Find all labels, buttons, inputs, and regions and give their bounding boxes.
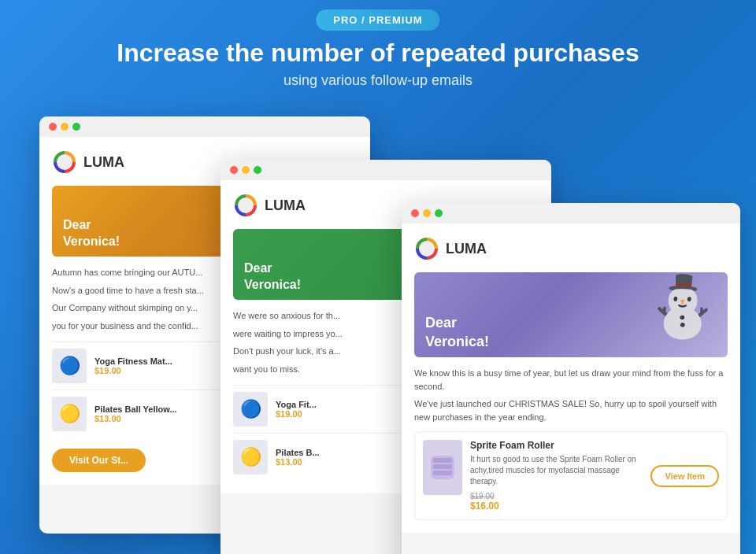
product-desc-fancy: It hurt so good to use the Sprite Foam R…: [470, 454, 643, 487]
main-subtitle: using various follow-up emails: [0, 72, 756, 89]
product-name-1a: Yoga Fitness Mat...: [94, 356, 172, 366]
product-info-2b: Pilates B... $13.00: [276, 448, 320, 467]
product-new-price: $16.00: [470, 500, 643, 512]
product-name-2a: Yoga Fit...: [276, 400, 317, 409]
product-thumb-2a: 🔵: [233, 392, 268, 427]
card-titlebar-1: [39, 116, 370, 137]
brand-name-2: LUMA: [265, 198, 306, 214]
product-info-1a: Yoga Fitness Mat... $19.00: [94, 356, 172, 375]
roller-icon: [427, 448, 458, 487]
card-titlebar-3: [402, 203, 740, 223]
product-price-1b: $13.00: [94, 414, 177, 423]
product-info-2a: Yoga Fit... $19.00: [276, 400, 317, 419]
card-body-3: LUMA DearVeronica! We know this is a bus…: [402, 223, 740, 533]
product-thumb-1a: 🔵: [52, 349, 87, 383]
product-name-fancy: Sprite Foam Roller: [470, 440, 643, 451]
luma-icon-3: [414, 236, 439, 261]
hero-christmas-text: DearVeronica!: [425, 314, 489, 351]
product-thumb-fancy: [423, 440, 462, 495]
dot-green-2: [254, 166, 261, 174]
dot-green-1: [72, 123, 80, 131]
visit-store-button-1[interactable]: Visit Our St...: [52, 449, 146, 472]
brand-name-3: LUMA: [446, 241, 487, 257]
pro-badge: PRO / PREMIUM: [316, 9, 439, 31]
product-old-price: $19.00: [470, 492, 643, 500]
svg-rect-6: [433, 471, 452, 475]
product-price-2a: $19.00: [276, 409, 317, 419]
badge-label: PRO / PREMIUM: [333, 14, 422, 26]
product-row-fancy: Sprite Foam Roller It hurt so good to us…: [414, 431, 728, 520]
product-thumb-1b: 🟡: [52, 397, 87, 431]
card3-text-1: We know this is a busy time of year, but…: [414, 367, 728, 393]
brand-name-1: LUMA: [83, 154, 124, 171]
cards-area: LUMA DearVeronica! Autumn has come bring…: [39, 116, 717, 554]
card-titlebar-2: [220, 160, 551, 180]
headline-section: Increase the number of repeated purchase…: [0, 38, 756, 89]
product-info-fancy: Sprite Foam Roller It hurt so good to us…: [470, 440, 643, 512]
svg-rect-5: [433, 464, 452, 469]
card3-text-2: We've just launched our CHRISTMAS SALE! …: [414, 397, 728, 423]
hero-christmas: DearVeronica!: [414, 272, 728, 357]
dot-yellow-2: [242, 166, 250, 174]
svg-rect-4: [433, 458, 452, 463]
main-title: Increase the number of repeated purchase…: [0, 38, 756, 68]
view-item-button[interactable]: View Item: [650, 465, 719, 487]
luma-logo-3: LUMA: [414, 236, 728, 261]
product-price-1a: $19.00: [94, 366, 172, 375]
luma-icon-1: [52, 150, 77, 175]
product-name-2b: Pilates B...: [276, 448, 320, 457]
product-price-2b: $13.00: [276, 457, 320, 467]
luma-icon-2: [233, 193, 258, 218]
dot-red-2: [230, 166, 238, 174]
dot-yellow-1: [61, 123, 69, 131]
dot-red-3: [411, 209, 419, 217]
hero-summer-text: DearVeronica!: [244, 260, 301, 294]
product-thumb-2b: 🟡: [233, 440, 268, 475]
hero-autumn-text: DearVeronica!: [63, 217, 120, 250]
email-card-christmas: LUMA DearVeronica! We know this is a bus…: [402, 203, 740, 554]
dot-yellow-3: [423, 209, 431, 217]
product-info-1b: Pilates Ball Yellow... $13.00: [94, 404, 177, 423]
product-name-1b: Pilates Ball Yellow...: [94, 404, 177, 414]
dot-red-1: [49, 123, 57, 131]
dot-green-3: [435, 209, 443, 217]
